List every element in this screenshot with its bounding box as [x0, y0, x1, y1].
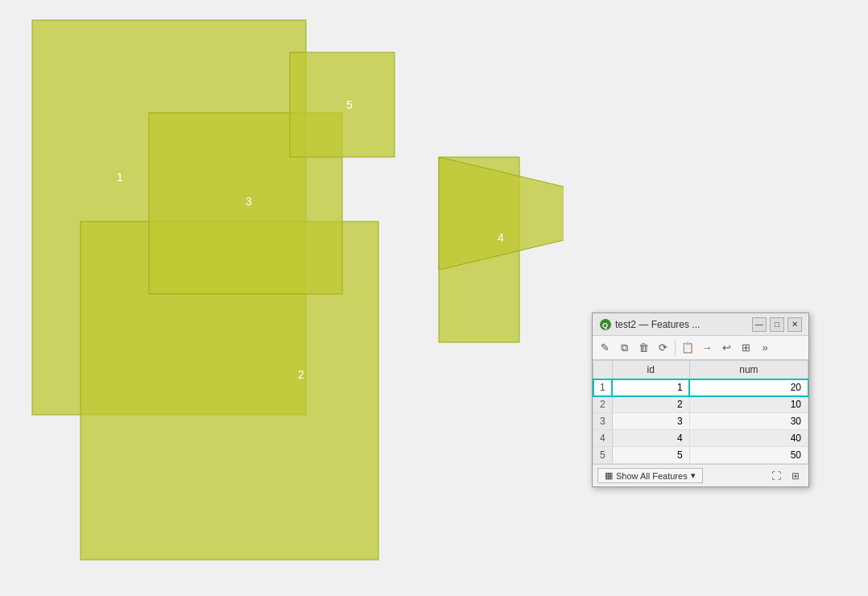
edit-pencil-button[interactable]: ✎	[596, 339, 614, 357]
window-toolbar: ✎ ⧉ 🗑 ⟳ 📋 → ↩ ⊞ »	[593, 336, 808, 360]
id-cell: 3	[612, 413, 689, 430]
table-header-row: id num	[593, 361, 808, 379]
copy-button[interactable]: ⧉	[615, 339, 633, 357]
row-number: 1	[593, 379, 613, 396]
titlebar-left: Q test2 — Features ...	[599, 318, 700, 331]
svg-text:5: 5	[346, 98, 353, 111]
svg-text:2: 2	[298, 368, 304, 381]
row-number: 3	[593, 413, 613, 430]
id-cell: 4	[612, 430, 689, 447]
num-cell: 10	[689, 396, 808, 413]
table-view-button[interactable]: ⊞	[787, 468, 804, 484]
more-button[interactable]: »	[756, 339, 774, 357]
feature-table-container: id num 11202210333044405550	[593, 360, 808, 464]
num-column-header[interactable]: num	[689, 361, 808, 379]
row-num-header	[593, 361, 613, 379]
toolbar-sep1	[675, 341, 676, 355]
arrow-button[interactable]: →	[698, 339, 716, 357]
window-title: test2 — Features ...	[615, 319, 700, 330]
num-cell: 20	[689, 379, 808, 396]
titlebar-buttons: — □ ✕	[752, 317, 802, 332]
id-column-header[interactable]: id	[612, 361, 689, 379]
view-button[interactable]: ⊞	[737, 339, 754, 357]
svg-text:1: 1	[117, 171, 123, 184]
table-row[interactable]: 2210	[593, 396, 808, 413]
row-number: 5	[593, 447, 613, 464]
feature-table: id num 11202210333044405550	[593, 360, 808, 464]
table-row[interactable]: 1120	[593, 379, 808, 396]
map-shapes: .shape { fill: rgba(190, 200, 50, 0.75);…	[0, 0, 564, 596]
show-features-label: Show All Features	[616, 471, 688, 481]
id-cell: 1	[612, 379, 689, 396]
undo-button[interactable]: ↩	[717, 339, 735, 357]
num-cell: 30	[689, 413, 808, 430]
svg-text:4: 4	[498, 231, 504, 244]
table-row[interactable]: 3330	[593, 413, 808, 430]
svg-text:Q: Q	[602, 321, 608, 329]
svg-rect-4	[290, 52, 395, 157]
zoom-button[interactable]: ⛶	[768, 468, 784, 484]
row-number: 4	[593, 430, 613, 447]
num-cell: 50	[689, 447, 808, 464]
table-row[interactable]: 4440	[593, 430, 808, 447]
id-cell: 5	[612, 447, 689, 464]
id-cell: 2	[612, 396, 689, 413]
svg-text:3: 3	[246, 195, 252, 208]
window-footer: ▦ Show All Features ▾ ⛶ ⊞	[593, 464, 808, 486]
table-icon: ▦	[605, 470, 613, 481]
dropdown-arrow-icon: ▾	[691, 470, 696, 481]
delete-button[interactable]: 🗑	[634, 339, 652, 357]
footer-icons: ⛶ ⊞	[768, 468, 804, 484]
table-body: 11202210333044405550	[593, 379, 808, 464]
minimize-button[interactable]: —	[752, 317, 767, 332]
close-button[interactable]: ✕	[787, 317, 802, 332]
svg-marker-5	[439, 157, 564, 270]
feature-window: Q test2 — Features ... — □ ✕ ✎ ⧉ 🗑 ⟳ 📋 →…	[592, 312, 809, 487]
qgis-icon: Q	[599, 318, 612, 331]
window-titlebar: Q test2 — Features ... — □ ✕	[593, 313, 808, 336]
maximize-button[interactable]: □	[770, 317, 784, 332]
table-row[interactable]: 5550	[593, 447, 808, 464]
clipboard-button[interactable]: 📋	[679, 339, 696, 357]
show-all-features-button[interactable]: ▦ Show All Features ▾	[597, 468, 703, 483]
row-number: 2	[593, 396, 613, 413]
refresh-button[interactable]: ⟳	[654, 339, 672, 357]
num-cell: 40	[689, 430, 808, 447]
